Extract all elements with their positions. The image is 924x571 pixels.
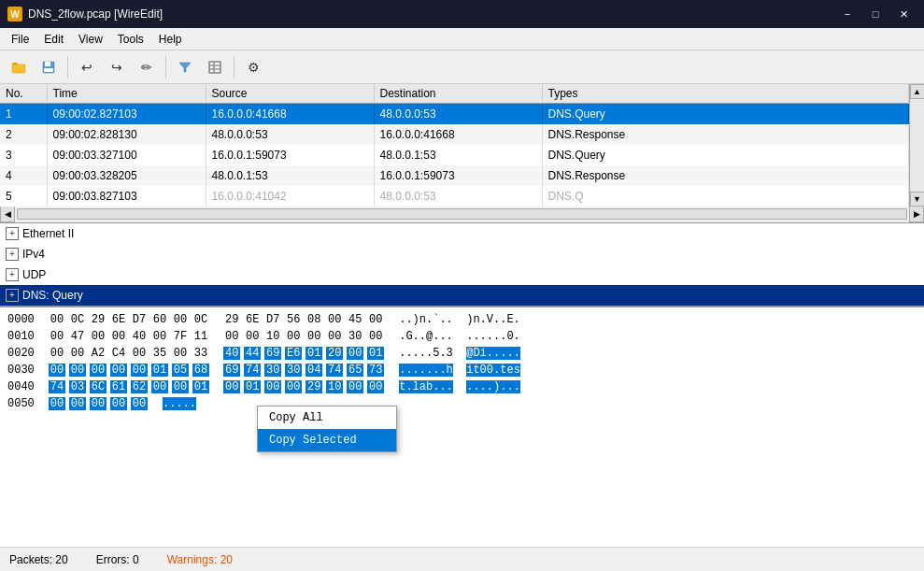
table-button[interactable]	[202, 54, 228, 80]
protocol-item-dns[interactable]: + DNS: Query	[0, 285, 924, 306]
h-scroll-track[interactable]	[17, 208, 907, 220]
svg-marker-5	[179, 63, 191, 72]
col-time: Time	[47, 84, 206, 104]
expand-icon-ethernet[interactable]: +	[6, 227, 19, 240]
context-menu: Copy All Copy Selected	[257, 406, 397, 452]
edit-button[interactable]: ✏	[134, 54, 160, 80]
hex-bytes: 000C296ED760000C 296ED75608004500	[49, 313, 384, 326]
protocol-item-ipv4[interactable]: + IPv4	[0, 244, 924, 264]
packet-list-scrollbar[interactable]: ▲ ▼	[909, 84, 924, 207]
cell-dest: 16.0.0.1:59073	[374, 165, 542, 186]
packet-list-wrapper: No. Time Source Destination Types 1 09:0…	[0, 84, 924, 207]
table-header-row: No. Time Source Destination Types	[0, 84, 909, 104]
context-menu-copy-selected[interactable]: Copy Selected	[258, 429, 396, 451]
hex-ascii: .....	[163, 397, 196, 410]
hex-bytes: 0047000040007F11 0000100000003000	[49, 330, 384, 343]
cell-no: 1	[0, 104, 47, 124]
hex-offset: 0010	[7, 330, 41, 343]
scroll-up-button[interactable]: ▲	[910, 84, 925, 99]
protocol-tree: + Ethernet II + IPv4 + UDP + DNS: Query	[0, 223, 924, 307]
save-button[interactable]	[36, 54, 62, 80]
table-row[interactable]: 4 09:00:03.328205 48.0.0.1:53 16.0.0.1:5…	[0, 165, 909, 186]
redo-button[interactable]: ↪	[104, 54, 130, 80]
cell-time: 09:00:03.328205	[47, 165, 206, 186]
protocol-label-dns: DNS: Query	[22, 289, 83, 302]
col-destination: Destination	[374, 84, 542, 104]
hex-row-0040: 0040 74036C6162000001 0001000029100000 t…	[7, 378, 917, 395]
close-button[interactable]: ✕	[890, 5, 917, 23]
hex-offset: 0050	[7, 397, 41, 410]
hex-offset: 0030	[7, 364, 41, 377]
h-scroll-left-button[interactable]: ◀	[0, 207, 15, 223]
status-packets: Packets: 20	[9, 553, 68, 566]
hex-bytes: 0000A2C400350033 404469E601200001	[49, 347, 384, 360]
cell-source: 16.0.0.0:41042	[206, 186, 374, 207]
hex-offset: 0040	[7, 380, 41, 393]
menu-help[interactable]: Help	[151, 31, 190, 48]
hex-bytes: 0000000000010568 6974303004746573	[49, 364, 384, 377]
h-scroll-area[interactable]: ◀ ▶	[0, 207, 924, 223]
context-menu-copy-all[interactable]: Copy All	[258, 407, 396, 429]
svg-rect-1	[12, 64, 25, 73]
table-row[interactable]: 2 09:00:02.828130 48.0.0.0:53 16.0.0.0:4…	[0, 124, 909, 145]
protocol-item-udp[interactable]: + UDP	[0, 264, 924, 285]
title-bar-controls: − □ ✕	[834, 5, 917, 23]
toolbar-sep-3	[234, 56, 235, 79]
table-row[interactable]: 5 09:00:03.827103 16.0.0.0:41042 48.0.0.…	[0, 186, 909, 207]
cell-dest: 48.0.0.1:53	[374, 145, 542, 165]
hex-row-0030: 0030 0000000000010568 6974303004746573 .…	[7, 362, 917, 378]
expand-icon-dns[interactable]: +	[6, 289, 19, 302]
toolbar-sep-2	[165, 56, 166, 79]
col-types: Types	[542, 84, 909, 104]
settings-button[interactable]: ⚙	[240, 54, 266, 80]
menu-view[interactable]: View	[71, 31, 110, 48]
maximize-button[interactable]: □	[862, 5, 888, 23]
cell-source: 16.0.0.0:41668	[206, 104, 374, 124]
cell-dest: 16.0.0.0:41668	[374, 124, 542, 145]
status-warnings: Warnings: 20	[167, 553, 233, 566]
scroll-down-button[interactable]: ▼	[910, 192, 925, 207]
menu-bar: File Edit View Tools Help	[0, 28, 924, 50]
minimize-button[interactable]: −	[834, 5, 860, 23]
menu-file[interactable]: File	[4, 31, 36, 48]
expand-icon-ipv4[interactable]: +	[6, 248, 19, 261]
status-bar: Packets: 20 Errors: 0 Warnings: 20	[0, 547, 924, 571]
col-no: No.	[0, 84, 47, 104]
hex-bytes: 74036C6162000001 0001000029100000	[49, 380, 384, 393]
filter-button[interactable]	[172, 54, 198, 80]
cell-types: DNS.Q	[542, 186, 909, 207]
hex-ascii: .......h it00.tes	[399, 364, 520, 377]
hex-row-0050: 0050 0000000000 .....	[7, 395, 917, 412]
menu-edit[interactable]: Edit	[36, 31, 71, 48]
cell-dest: 48.0.0.0:53	[374, 104, 542, 124]
title-bar-title: DNS_2flow.pcap [WireEdit]	[28, 7, 163, 21]
hex-ascii: .G..@... ......0.	[399, 330, 520, 343]
cell-types: DNS.Response	[542, 124, 909, 145]
table-row[interactable]: 1 09:00:02.827103 16.0.0.0:41668 48.0.0.…	[0, 104, 909, 124]
title-bar: W DNS_2flow.pcap [WireEdit] − □ ✕	[0, 0, 924, 28]
app-icon: W	[7, 7, 22, 21]
cell-types: DNS.Query	[542, 104, 909, 124]
toolbar-sep-1	[67, 56, 68, 79]
hex-dump[interactable]: 0000 000C296ED760000C 296ED75608004500 .…	[0, 307, 924, 548]
svg-rect-4	[44, 68, 53, 72]
table-row[interactable]: 3 09:00:03.327100 16.0.0.1:59073 48.0.0.…	[0, 145, 909, 165]
h-scroll-right-button[interactable]: ▶	[909, 207, 924, 223]
cell-no: 2	[0, 124, 47, 145]
cell-no: 4	[0, 165, 47, 186]
menu-tools[interactable]: Tools	[110, 31, 151, 48]
svg-rect-6	[209, 62, 220, 73]
protocol-label-ipv4: IPv4	[22, 248, 45, 261]
cell-time: 09:00:03.327100	[47, 145, 206, 165]
toolbar: ↩ ↪ ✏ ⚙	[0, 50, 924, 84]
protocol-item-ethernet[interactable]: + Ethernet II	[0, 223, 924, 244]
open-button[interactable]	[6, 54, 32, 80]
cell-no: 5	[0, 186, 47, 207]
hex-ascii: ..)n.`.. )n.V..E.	[399, 313, 520, 326]
undo-button[interactable]: ↩	[74, 54, 100, 80]
hex-offset: 0000	[7, 313, 41, 326]
scroll-track[interactable]	[911, 99, 924, 192]
expand-icon-udp[interactable]: +	[6, 268, 19, 281]
cell-time: 09:00:02.827103	[47, 104, 206, 124]
cell-source: 48.0.0.0:53	[206, 124, 374, 145]
